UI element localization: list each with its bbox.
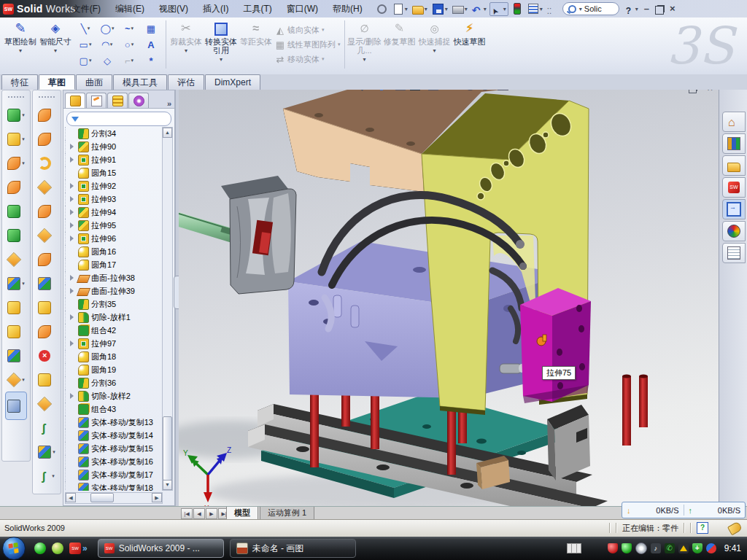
sketch-entity-button[interactable]: ◇ ▾ (96, 52, 118, 69)
scroll-down-icon[interactable]: ▼ (163, 480, 172, 490)
command-button[interactable]: 剪裁实体 ▾ (169, 19, 204, 69)
configurationmanager-tab[interactable] (107, 93, 128, 108)
feature-tree-item[interactable]: 组合43 (65, 402, 163, 416)
command-button[interactable]: 等距实体 ▾ (239, 19, 274, 69)
feature-tree-item[interactable]: 拉伸93 (65, 192, 163, 206)
command-button[interactable]: 草图绘制 ▾ (3, 19, 38, 69)
scrollbar-thumb[interactable] (163, 416, 172, 481)
ribbon-tab[interactable]: 曲面 (76, 74, 112, 90)
feature-tree-item[interactable]: 分割35 (65, 298, 163, 311)
expand-arrow-icon[interactable] (70, 393, 76, 399)
command-button[interactable]: 显示/删除几... ▾ (347, 19, 382, 69)
feature-tree-item[interactable]: 圆角15 (65, 166, 163, 179)
feature-tree-item[interactable]: 分割36 (65, 376, 163, 389)
expand-arrow-icon[interactable] (70, 288, 76, 294)
sketch-entity-button[interactable]: ○ ▾ (118, 36, 140, 52)
feature-tool-button[interactable]: ▾ (38, 223, 55, 247)
hide-show-items-icon[interactable]: ▾ (446, 90, 460, 90)
ribbon-tab[interactable]: 特征 (1, 74, 38, 90)
feature-tool-button[interactable]: ▾ (5, 392, 27, 420)
ribbon-tab[interactable]: 模具工具 (113, 74, 167, 90)
ribbon-tab[interactable]: 评估 (168, 74, 204, 90)
select-arrow-icon[interactable]: ▾ (489, 2, 508, 16)
feature-tool-button[interactable]: ▾ (38, 103, 55, 127)
menu-item[interactable]: 插入(I) (196, 0, 236, 18)
menu-item[interactable]: 窗口(W) (279, 0, 325, 18)
new-document-icon[interactable]: ▾ (391, 3, 409, 15)
view-palette-icon[interactable] (722, 199, 746, 219)
view-settings-icon[interactable]: ▾ (498, 90, 512, 90)
feature-tool-button[interactable]: ▾ (38, 247, 55, 271)
print-icon[interactable]: ▾ (451, 3, 469, 15)
expand-arrow-icon[interactable] (70, 236, 76, 241)
feature-tree-item[interactable]: 实体-移动/复制16 (65, 455, 163, 468)
security-shield-icon[interactable] (622, 543, 632, 553)
feature-tree-item[interactable]: 圆角18 (65, 350, 163, 363)
menu-item[interactable]: 工具(T) (236, 0, 279, 18)
feature-tool-button[interactable]: ▾ (7, 368, 25, 392)
browser-quicklaunch-icon[interactable] (52, 542, 63, 554)
feature-tree-item[interactable]: 实体-移动/复制18 (65, 481, 163, 491)
tags-icon[interactable] (727, 521, 743, 535)
feature-tree-item[interactable]: 曲面-拉伸39 (65, 284, 163, 298)
feature-tree-item[interactable]: 切除-放样1 (65, 311, 163, 324)
feature-tree-item[interactable]: 圆角19 (65, 363, 163, 376)
file-explorer-icon[interactable] (722, 155, 746, 176)
network-warning-icon[interactable] (678, 543, 689, 553)
doc-minimize-button[interactable]: – (673, 90, 678, 93)
network-speed-widget[interactable]: ↓ 0KB/S ↑ 0KB/S (622, 502, 746, 518)
feature-tree-item[interactable]: 组合42 (65, 324, 163, 337)
volume-icon[interactable] (651, 543, 661, 553)
feature-tool-button[interactable]: ▾ (7, 175, 25, 199)
minimize-button[interactable]: – (644, 2, 649, 15)
home-icon[interactable] (722, 112, 746, 132)
graphics-viewport[interactable]: Y Z X ▾ ▾ (179, 90, 719, 506)
solidworks-resources-icon[interactable]: SW (722, 177, 746, 198)
doc-close-button[interactable]: × (707, 90, 713, 93)
feature-tool-button[interactable]: ▾ (38, 271, 55, 295)
sync-icon[interactable] (706, 543, 716, 553)
feature-tool-button[interactable]: ▾ (38, 199, 55, 223)
expand-arrow-icon[interactable] (70, 157, 76, 163)
section-view-icon[interactable]: ▾ (395, 90, 406, 90)
start-button[interactable] (2, 537, 26, 560)
feature-tree-item[interactable]: 圆角16 (65, 245, 163, 258)
feature-tree-item[interactable]: 拉伸96 (65, 232, 163, 245)
feature-tool-button[interactable]: ▾ (38, 151, 55, 175)
scroll-up-icon[interactable]: ▲ (163, 128, 172, 138)
feature-tool-button[interactable]: ▾ (38, 295, 55, 319)
feature-tree-item[interactable]: 拉伸94 (65, 206, 163, 219)
feature-tool-button[interactable]: ▾ (39, 416, 55, 440)
menu-item[interactable]: 视图(V) (152, 0, 196, 18)
apply-scene-icon[interactable]: ▾ (480, 90, 494, 90)
sketch-entity-button[interactable]: ◯ ▾ (96, 20, 118, 36)
custom-properties-icon[interactable] (722, 243, 746, 263)
tree-horizontal-scrollbar[interactable]: ◀ ▶ (65, 492, 163, 504)
ribbon-tab[interactable]: DimXpert (205, 74, 260, 90)
tab-scroll-icon[interactable]: ▶ (206, 508, 217, 519)
antivirus-icon[interactable] (608, 543, 618, 553)
tab-scroll-icon[interactable]: |◀ (181, 508, 193, 519)
search-input[interactable]: Solic (584, 4, 614, 13)
feature-tool-button[interactable]: ▾ (38, 392, 55, 416)
sketch-entity-button[interactable]: ⌐ ▾ (118, 52, 140, 69)
tab-scroll-icon[interactable]: ◀ (193, 508, 205, 519)
feature-tool-button[interactable]: ▾ (7, 199, 25, 223)
sketch-entity-button[interactable]: A ▾ (140, 36, 162, 52)
command-button[interactable]: 镜向实体 ▾ (275, 23, 341, 36)
command-button[interactable]: 快速草图 ▾ (452, 19, 487, 69)
expand-arrow-icon[interactable] (70, 275, 76, 281)
feature-tool-button[interactable]: ▾ (7, 247, 25, 271)
menu-item[interactable]: 编辑(E) (108, 0, 152, 18)
scrollbar-thumb[interactable] (90, 493, 114, 502)
search-box[interactable]: ▾ Solic (562, 2, 619, 15)
dimxpertmanager-tab[interactable] (128, 93, 149, 108)
feature-tool-button[interactable]: ▾ (39, 343, 55, 368)
feature-tree-item[interactable]: 拉伸97 (65, 337, 163, 350)
ribbon-tab[interactable]: 草图 (39, 74, 75, 90)
open-icon[interactable]: ▾ (411, 3, 429, 15)
expand-arrow-icon[interactable] (70, 196, 76, 202)
view-orientation-icon[interactable]: ▾ (428, 90, 442, 90)
messenger-quicklaunch-icon[interactable] (34, 542, 46, 554)
feature-tree-item[interactable]: 实体-移动/复制17 (65, 468, 163, 481)
